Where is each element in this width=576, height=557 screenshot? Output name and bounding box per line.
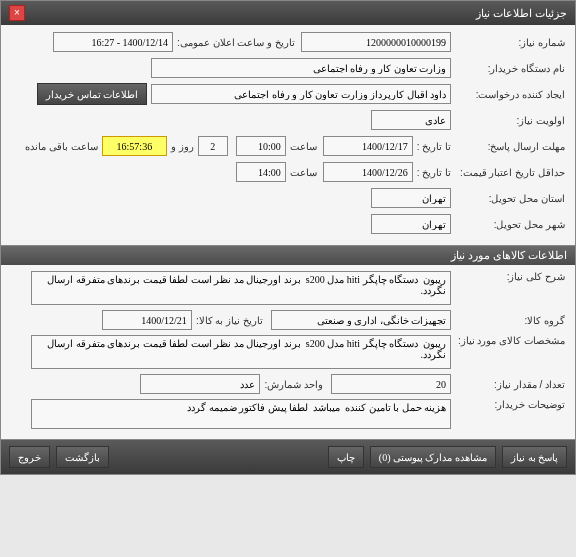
buyer-note-field[interactable]	[31, 399, 451, 429]
titlebar: جزئیات اطلاعات نیاز ×	[1, 1, 575, 25]
qty-label: تعداد / مقدار نیاز:	[455, 379, 565, 390]
requester-field[interactable]	[151, 84, 451, 104]
buyer-field[interactable]	[151, 58, 451, 78]
desc-label: شرح کلی نیاز:	[455, 271, 565, 282]
deadline-time-label: ساعت	[290, 141, 317, 152]
close-icon[interactable]: ×	[9, 5, 25, 21]
footer-toolbar: پاسخ به نیاز مشاهده مدارک پیوستی (0) چاپ…	[1, 439, 575, 474]
back-button[interactable]: بازگشت	[56, 446, 109, 468]
spec-field[interactable]	[31, 335, 451, 369]
unit-field[interactable]	[140, 374, 260, 394]
city-field[interactable]	[371, 214, 451, 234]
section-header-goods: اطلاعات کالاهای مورد نیاز	[1, 245, 575, 265]
price-to-label: تا تاریخ :	[417, 167, 451, 178]
group-field[interactable]	[271, 310, 451, 330]
price-date-field[interactable]	[323, 162, 413, 182]
deadline-to-label: تا تاریخ :	[417, 141, 451, 152]
requester-label: ایجاد کننده درخواست:	[455, 89, 565, 100]
deadline-time-field[interactable]	[236, 136, 286, 156]
days-remaining-field[interactable]	[198, 136, 228, 156]
spec-label: مشخصات کالای مورد نیاز:	[455, 335, 565, 346]
province-label: استان محل تحویل:	[455, 193, 565, 204]
window-title: جزئیات اطلاعات نیاز	[476, 7, 567, 20]
window: جزئیات اطلاعات نیاز × شماره نیاز: تاریخ …	[0, 0, 576, 475]
unit-label: واحد شمارش:	[264, 379, 323, 390]
qty-field[interactable]	[331, 374, 451, 394]
buyer-note-label: توضیحات خریدار:	[455, 399, 565, 410]
deadline-label: مهلت ارسال پاسخ:	[455, 141, 565, 152]
footer-spacer	[115, 446, 322, 468]
contact-buyer-button[interactable]: اطلاعات تماس خریدار	[37, 83, 147, 105]
group-label: گروه کالا:	[455, 315, 565, 326]
announce-field[interactable]	[53, 32, 173, 52]
city-label: شهر محل تحویل:	[455, 219, 565, 230]
remain-label: ساعت باقی مانده	[25, 141, 98, 152]
need-date-field[interactable]	[102, 310, 192, 330]
form-section-1: شماره نیاز: تاریخ و ساعت اعلان عمومی: نا…	[1, 25, 575, 245]
need-date-label: تاریخ نیاز به کالا:	[196, 315, 263, 326]
priority-label: اولویت نیاز:	[455, 115, 565, 126]
deadline-date-field[interactable]	[323, 136, 413, 156]
buyer-label: نام دستگاه خریدار:	[455, 63, 565, 74]
time-remaining-field	[102, 136, 167, 156]
need-number-field[interactable]	[301, 32, 451, 52]
price-validity-label: حداقل تاریخ اعتبار قیمت:	[455, 167, 565, 178]
price-time-label: ساعت	[290, 167, 317, 178]
print-button[interactable]: چاپ	[328, 446, 364, 468]
desc-field[interactable]	[31, 271, 451, 305]
announce-label: تاریخ و ساعت اعلان عمومی:	[177, 37, 295, 48]
priority-field[interactable]	[371, 110, 451, 130]
price-time-field[interactable]	[236, 162, 286, 182]
need-number-label: شماره نیاز:	[455, 37, 565, 48]
province-field[interactable]	[371, 188, 451, 208]
form-section-2: شرح کلی نیاز: گروه کالا: تاریخ نیاز به ک…	[1, 265, 575, 439]
attachments-button[interactable]: مشاهده مدارک پیوستی (0)	[370, 446, 496, 468]
exit-button[interactable]: خروج	[9, 446, 50, 468]
respond-button[interactable]: پاسخ به نیاز	[502, 446, 567, 468]
days-label: روز و	[171, 141, 194, 152]
